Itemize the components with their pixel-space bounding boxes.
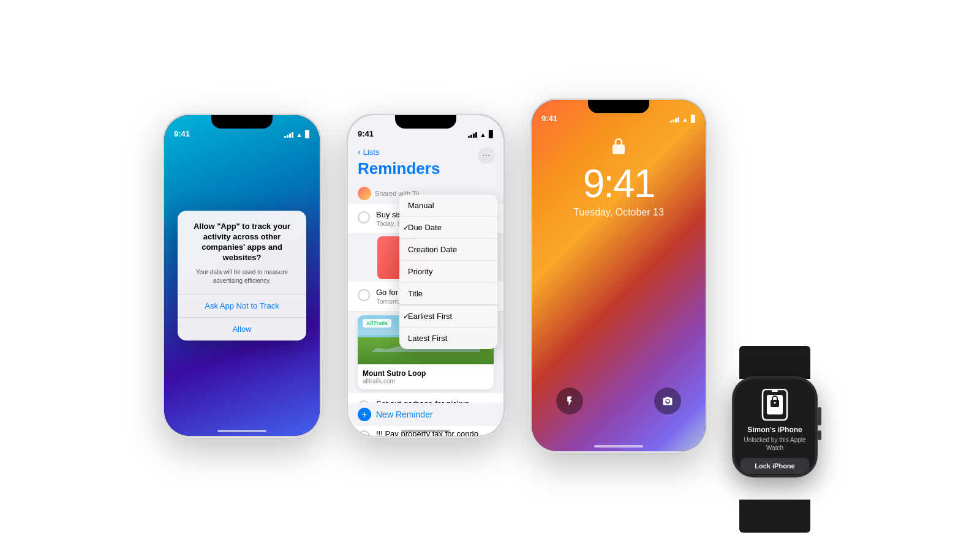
reminder-circle-4 [358,430,370,436]
trail-info: Mount Sutro Loop alltrails.com [358,364,494,389]
apple-watch-frame: Simon's iPhone Unlocked by this Apple Wa… [732,377,818,478]
watch-display: Simon's iPhone Unlocked by this Apple Wa… [734,379,815,475]
camera-button[interactable] [654,388,681,414]
back-chevron-icon: ‹ [358,147,361,157]
phone-3-frame: 9:41 ▲ ▊ [530,98,707,453]
battery-icon-3: ▊ [691,115,696,123]
sort-priority[interactable]: Priority [399,261,497,283]
phone-1-status-icons: ▲ ▊ [284,130,310,138]
plus-icon: + [358,408,371,421]
ask-not-track-button[interactable]: Ask App Not to Track [186,294,298,317]
sort-due-date-label: Due Date [408,223,442,232]
phone-1-notch [211,115,273,129]
dialog-title: Allow "App" to track your activity acros… [186,222,298,263]
dialog-body: Your data will be used to measure advert… [186,268,298,285]
svg-rect-3 [772,390,778,392]
signal-icon-3 [670,116,679,122]
phone-1-screen: 9:41 ▲ ▊ Allow "App" to track y [164,115,320,436]
three-dots-menu-button[interactable]: ··· [478,147,495,164]
new-reminder-row[interactable]: + New Reminder [348,403,503,426]
scene: 9:41 ▲ ▊ Allow "App" to track y [0,0,980,551]
sort-title-label: Title [408,289,423,298]
flashlight-button[interactable] [556,388,583,414]
reminder-circle-2 [358,289,370,301]
reminder-circle-1 [358,211,370,223]
sort-latest-first-label: Latest First [408,334,447,343]
shared-avatar [358,187,371,200]
watch-subtitle: Unlocked by this Apple Watch [741,436,809,452]
sort-latest-first[interactable]: Latest First [399,328,497,349]
watch-crown [818,407,821,425]
phone-3-home-bar [594,445,643,448]
reminders-title: Reminders [358,159,494,178]
phone-1-time: 9:41 [174,129,190,138]
phone-1-home-bar [217,430,266,432]
wifi-icon-2: ▲ [480,131,486,138]
watch-phone-icon-container [761,389,789,421]
svg-point-5 [774,402,776,404]
sort-dropdown-menu: Manual Due Date Creation Date Priority T [399,195,497,349]
phone-2-notch [395,115,456,129]
sort-priority-label: Priority [408,267,432,276]
watch-strap-top [739,346,810,379]
phone-2-frame: 9:41 ▲ ▊ ··· [346,113,505,438]
phone-1-inner: 9:41 ▲ ▊ Allow "App" to track y [164,115,320,436]
sort-creation-date[interactable]: Creation Date [399,239,497,261]
lock-screen-lock-icon [610,137,627,159]
trail-url: alltrails.com [363,378,489,384]
allow-button[interactable]: Allow [186,318,298,340]
phone-2-time: 9:41 [358,129,374,138]
phone-3-inner: 9:41 ▲ ▊ [532,100,706,451]
back-button[interactable]: ‹ Lists [358,147,494,157]
wifi-icon: ▲ [296,131,303,138]
watch-screen: Simon's iPhone Unlocked by this Apple Wa… [734,379,815,475]
sort-creation-date-label: Creation Date [408,245,457,254]
phone-2-home-bar [401,430,450,432]
signal-icon-2 [468,131,477,138]
phone-3-time: 9:41 [541,114,557,123]
watch-title: Simon's iPhone [747,425,802,434]
watch-side-button [818,430,821,440]
watch-container: Simon's iPhone Unlocked by this Apple Wa… [732,377,818,502]
watch-phone-icon [761,389,789,421]
back-label: Lists [363,148,380,157]
phone-2-background: 9:41 ▲ ▊ ··· [348,115,503,436]
lock-date: Tuesday, October 13 [573,207,664,218]
sort-manual-label: Manual [408,201,434,210]
trail-name: Mount Sutro Loop [363,369,489,378]
sort-title[interactable]: Title [399,283,497,305]
tracking-dialog: Allow "App" to track your activity acros… [178,211,306,340]
phone-2-inner: 9:41 ▲ ▊ ··· [348,115,503,436]
phone-2-screen: 9:41 ▲ ▊ ··· [348,115,503,436]
phone-3-screen: 9:41 ▲ ▊ [532,100,706,451]
sort-earliest-first-label: Earliest First [408,312,452,321]
phone-1-frame: 9:41 ▲ ▊ Allow "App" to track y [162,113,322,438]
sort-due-date[interactable]: Due Date [399,217,497,239]
sort-earliest-first[interactable]: Earliest First [399,305,497,328]
wifi-icon-3: ▲ [682,116,688,123]
phone-3-status-icons: ▲ ▊ [670,115,696,123]
signal-icon [284,131,293,138]
sort-manual[interactable]: Manual [399,195,497,217]
battery-icon-2: ▊ [489,130,494,138]
phone-3-notch [588,100,649,113]
svg-rect-0 [612,144,625,154]
watch-strap-bottom [739,500,810,533]
lock-iphone-button[interactable]: Lock iPhone [741,458,809,474]
phone-2-status-icons: ▲ ▊ [468,130,494,138]
new-reminder-text: New Reminder [376,410,433,419]
lock-time: 9:41 [583,161,655,206]
battery-icon: ▊ [305,130,310,138]
